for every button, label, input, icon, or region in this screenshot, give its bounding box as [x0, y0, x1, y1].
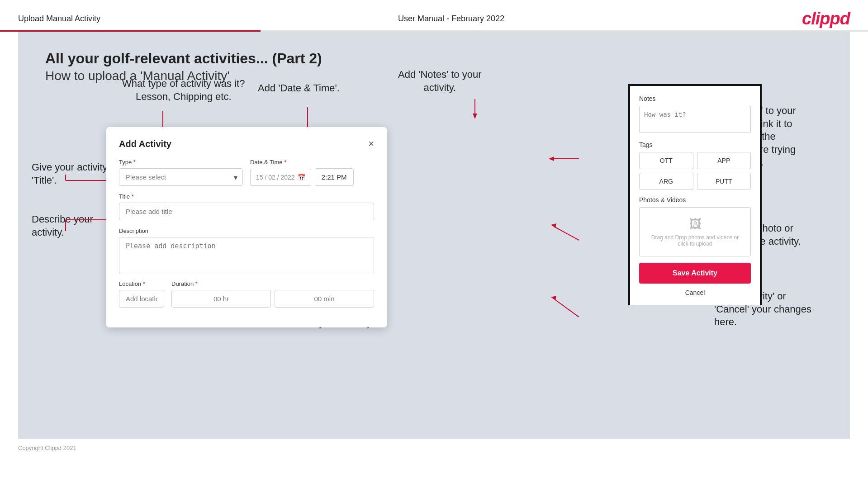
annotation-datetime: Add 'Date & Time'.: [258, 82, 340, 95]
tag-putt[interactable]: PUTT: [697, 173, 751, 190]
save-activity-button[interactable]: Save Activity: [639, 263, 751, 284]
svg-marker-21: [551, 296, 556, 300]
form-group-duration: Duration *: [171, 280, 374, 308]
upload-text: Drag and Drop photos and videos orclick …: [649, 234, 741, 247]
form-group-description: Description: [119, 227, 374, 273]
location-input[interactable]: [119, 290, 164, 308]
location-label: Location *: [119, 280, 164, 287]
page-title: Upload Manual Activity: [18, 14, 100, 24]
duration-min-input[interactable]: [275, 290, 374, 308]
footer: Copyright Clippd 2021: [0, 439, 868, 457]
notes-textarea[interactable]: [639, 106, 751, 133]
form-group-title: Title *: [119, 193, 374, 220]
form-group-location: Location *: [119, 280, 164, 308]
upload-area[interactable]: 🖼 Drag and Drop photos and videos orclic…: [639, 207, 751, 256]
datetime-label: Date & Time *: [250, 159, 374, 166]
top-bar: Upload Manual Activity User Manual - Feb…: [0, 0, 868, 32]
duration-label: Duration *: [171, 280, 374, 287]
annotation-description: Describe youractivity.: [32, 213, 93, 239]
date-time-group: 15 / 02 / 2022 📅 2:21 PM: [250, 168, 374, 186]
tag-ott[interactable]: OTT: [639, 152, 693, 169]
duration-inputs: [171, 290, 374, 308]
tags-section-label: Tags: [639, 141, 751, 148]
modal-header: Add Activity ×: [119, 138, 374, 150]
title-field-label: Title *: [119, 193, 374, 200]
form-group-datetime: Date & Time * 15 / 02 / 2022 📅 2:21 PM: [250, 159, 374, 186]
description-textarea[interactable]: [119, 237, 374, 273]
form-row-type-datetime: Type * Please select Date & Time * 15 / …: [119, 159, 374, 186]
duration-hr-input[interactable]: [171, 290, 271, 308]
form-row-location-duration: Location * Duration *: [119, 280, 374, 308]
type-select[interactable]: Please select: [119, 168, 243, 186]
copyright-text: Copyright Clippd 2021: [18, 445, 76, 451]
upload-icon: 🖼: [649, 217, 741, 232]
right-panel: Notes Tags OTT APP ARG PUTT Photos & Vid…: [628, 84, 762, 305]
main-content: All your golf-relevant activities... (Pa…: [18, 32, 850, 439]
type-label: Type *: [119, 159, 243, 166]
type-select-wrapper[interactable]: Please select: [119, 168, 243, 186]
svg-marker-19: [551, 223, 556, 228]
logo: clippd: [802, 9, 850, 28]
svg-line-20: [554, 299, 579, 317]
annotation-title: Give your activity a'Title'.: [32, 161, 116, 187]
annotation-type: What type of activity was it?Lesson, Chi…: [122, 77, 245, 103]
modal-title: Add Activity: [119, 139, 171, 149]
annotation-notes: Add 'Notes' to youractivity.: [398, 68, 482, 94]
notes-section-label: Notes: [639, 95, 751, 102]
tags-grid: OTT APP ARG PUTT: [639, 152, 751, 190]
svg-marker-17: [549, 156, 554, 161]
form-group-type: Type * Please select: [119, 159, 243, 186]
cancel-link[interactable]: Cancel: [639, 289, 751, 296]
close-button[interactable]: ×: [368, 138, 374, 150]
time-input[interactable]: 2:21 PM: [315, 168, 354, 186]
svg-marker-15: [473, 114, 477, 119]
svg-line-18: [554, 227, 579, 240]
tag-arg[interactable]: ARG: [639, 173, 693, 190]
date-input[interactable]: 15 / 02 / 2022 📅: [250, 169, 311, 186]
document-title: User Manual - February 2022: [398, 14, 504, 24]
title-input[interactable]: [119, 203, 374, 220]
description-label: Description: [119, 227, 374, 234]
tag-app[interactable]: APP: [697, 152, 751, 169]
add-activity-modal: Add Activity × Type * Please select Date…: [106, 127, 387, 327]
section-title: All your golf-relevant activities... (Pa…: [45, 50, 823, 67]
photos-section-label: Photos & Videos: [639, 196, 751, 204]
